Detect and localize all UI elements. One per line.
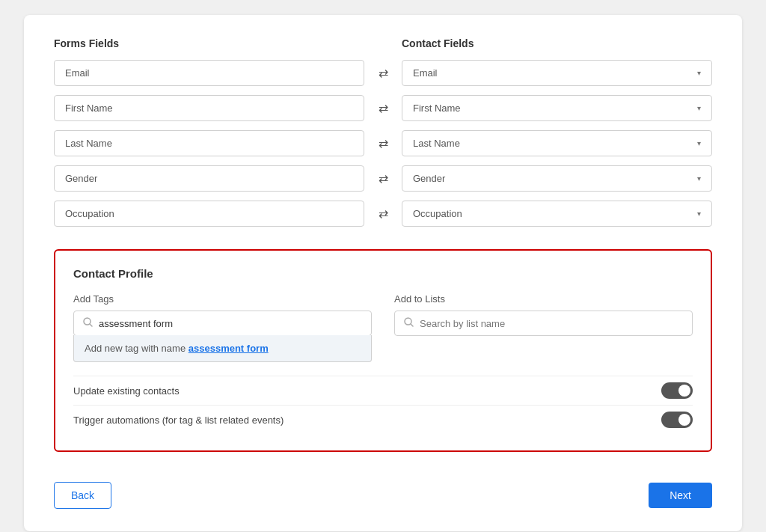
field-row-firstname: First Name ⇄ First Name ▾ xyxy=(54,95,712,121)
chevron-down-icon: ▾ xyxy=(697,104,701,112)
add-tags-label: Add Tags xyxy=(73,293,372,305)
arrow-icon-gender: ⇄ xyxy=(364,171,402,186)
update-contacts-toggle[interactable] xyxy=(661,382,693,399)
form-field-gender: Gender xyxy=(54,165,364,192)
add-lists-col: Add to Lists xyxy=(394,293,693,362)
trigger-automations-row: Trigger automations (for tag & list rela… xyxy=(73,405,693,434)
field-row-lastname: Last Name ⇄ Last Name ▾ xyxy=(54,130,712,156)
form-field-occupation: Occupation xyxy=(54,201,364,227)
update-contacts-row: Update existing contacts xyxy=(73,376,693,405)
contact-profile-section: Contact Profile Add Tags Add new tag wit… xyxy=(54,249,712,452)
field-row-occupation: Occupation ⇄ Occupation ▾ xyxy=(54,201,712,227)
field-row-gender: Gender ⇄ Gender ▾ xyxy=(54,165,712,192)
tag-dropdown[interactable]: Add new tag with name assessment form xyxy=(73,335,372,362)
field-headers: Forms Fields Contact Fields xyxy=(54,37,712,49)
search-icon xyxy=(404,317,414,329)
forms-fields-header: Forms Fields xyxy=(54,37,364,49)
arrow-icon-firstname: ⇄ xyxy=(364,101,402,115)
contact-fields-header: Contact Fields xyxy=(402,37,712,49)
contact-field-firstname[interactable]: First Name ▾ xyxy=(402,95,712,121)
form-field-email: Email xyxy=(54,60,364,86)
contact-profile-title: Contact Profile xyxy=(73,267,693,280)
arrow-icon-email: ⇄ xyxy=(364,66,402,80)
arrow-icon-occupation: ⇄ xyxy=(364,207,402,221)
chevron-down-icon: ▾ xyxy=(697,139,701,147)
add-tags-col: Add Tags Add new tag with name assessmen… xyxy=(73,293,372,362)
lists-search-wrap[interactable] xyxy=(394,311,693,336)
contact-field-occupation[interactable]: Occupation ▾ xyxy=(402,201,712,227)
field-mapping-section: Forms Fields Contact Fields Email ⇄ Emai… xyxy=(54,37,712,227)
chevron-down-icon: ▾ xyxy=(697,174,701,183)
add-lists-label: Add to Lists xyxy=(394,293,693,305)
form-field-lastname: Last Name xyxy=(54,130,364,156)
back-button[interactable]: Back xyxy=(54,482,111,509)
lists-search-input[interactable] xyxy=(420,318,683,329)
tags-search-wrap[interactable] xyxy=(73,311,372,336)
trigger-automations-toggle[interactable] xyxy=(661,412,693,428)
tags-lists-row: Add Tags Add new tag with name assessmen… xyxy=(73,293,693,362)
main-container: Forms Fields Contact Fields Email ⇄ Emai… xyxy=(24,15,742,531)
bottom-bar: Back Next xyxy=(54,474,712,509)
arrow-icon-lastname: ⇄ xyxy=(364,136,402,150)
svg-line-1 xyxy=(90,324,92,326)
svg-line-3 xyxy=(411,324,413,326)
contact-field-lastname[interactable]: Last Name ▾ xyxy=(402,130,712,156)
chevron-down-icon: ▾ xyxy=(697,210,701,218)
field-row-email: Email ⇄ Email ▾ xyxy=(54,60,712,86)
search-icon xyxy=(83,317,93,329)
contact-field-gender[interactable]: Gender ▾ xyxy=(402,165,712,192)
update-contacts-label: Update existing contacts xyxy=(73,385,180,397)
contact-field-email[interactable]: Email ▾ xyxy=(402,60,712,86)
next-button[interactable]: Next xyxy=(649,483,712,508)
tags-search-input[interactable] xyxy=(99,318,362,329)
chevron-down-icon: ▾ xyxy=(697,69,701,77)
form-field-firstname: First Name xyxy=(54,95,364,121)
trigger-automations-label: Trigger automations (for tag & list rela… xyxy=(73,415,284,426)
